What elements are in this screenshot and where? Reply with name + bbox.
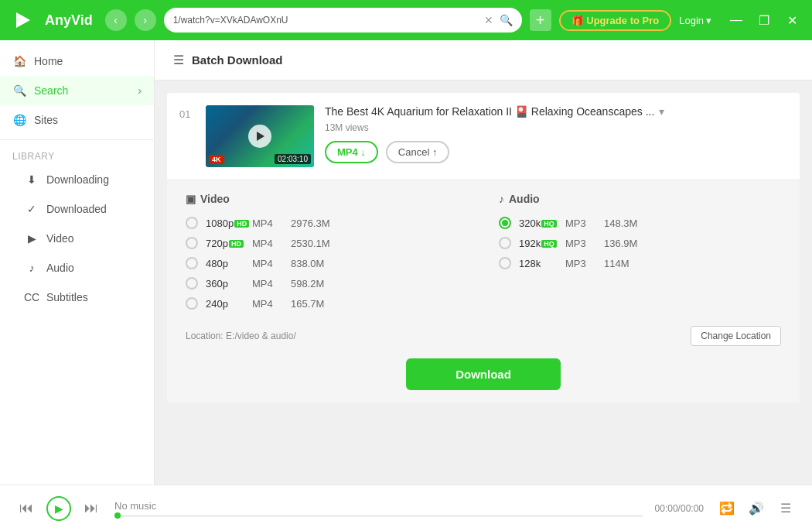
progress-dot xyxy=(114,512,121,519)
playlist-button[interactable]: ☰ xyxy=(775,498,797,519)
player-controls: ⏮ ▶ ⏭ xyxy=(15,496,102,521)
batch-download-title: Batch Download xyxy=(192,53,283,67)
format-row: 720pHD MP4 2530.1M xyxy=(186,233,468,253)
video-240p-radio[interactable] xyxy=(186,297,198,310)
next-button[interactable]: ⏭ xyxy=(80,498,102,519)
format-footer: Location: E:/video & audio/ Change Locat… xyxy=(186,326,781,346)
player-info: No music xyxy=(114,500,643,517)
sidebar-item-audio[interactable]: ♪ Audio xyxy=(0,253,154,283)
downloaded-icon: ✓ xyxy=(25,202,39,216)
player-bar: ⏮ ▶ ⏭ No music 00:00/00:00 🔁 🔊 ☰ xyxy=(0,485,812,531)
add-tab-button[interactable]: + xyxy=(530,9,551,31)
format-panel: ▣ Video 1080pHD MP4 2976.3M 720pHD xyxy=(167,180,800,403)
search-icon[interactable]: 🔍 xyxy=(500,14,513,26)
titlebar: AnyVid ‹ › 1/watch?v=XVkADAwOXnU ✕ 🔍 + 🎁… xyxy=(0,0,812,40)
audio-col-header: ♪ Audio xyxy=(499,193,781,205)
change-location-button[interactable]: Change Location xyxy=(691,326,781,346)
audio-128k-radio[interactable] xyxy=(499,257,511,269)
home-icon: 🏠 xyxy=(12,54,26,68)
res-128k: 128k xyxy=(519,258,558,269)
video-card: 01 02:03:10 4K The Best 4K Aquarium for … xyxy=(167,93,800,403)
audio-192k-radio[interactable] xyxy=(499,237,511,249)
play-pause-button[interactable]: ▶ xyxy=(46,496,71,521)
sidebar-item-video[interactable]: ▶ Video xyxy=(0,224,154,253)
upgrade-button[interactable]: 🎁 Upgrade to Pro xyxy=(559,10,672,31)
video-info: The Best 4K Aquarium for Relaxation II 🎴… xyxy=(325,105,787,163)
library-label: Library xyxy=(0,145,154,165)
batch-icon: ☰ xyxy=(173,53,184,67)
download-button[interactable]: Download xyxy=(406,358,561,390)
app-name: AnyVid xyxy=(45,12,93,29)
sidebar-item-downloading[interactable]: ⬇ Downloading xyxy=(0,165,154,194)
downloading-icon: ⬇ xyxy=(25,173,39,187)
url-close-icon[interactable]: ✕ xyxy=(484,14,493,26)
progress-bar[interactable] xyxy=(114,515,643,517)
format-row: 480p MP4 838.0M xyxy=(186,253,468,273)
video-actions: MP4 ↓ Cancel ↑ xyxy=(325,141,787,163)
video-format-column: ▣ Video 1080pHD MP4 2976.3M 720pHD xyxy=(186,193,468,313)
res-360p: 360p xyxy=(206,278,244,289)
subtitles-icon: CC xyxy=(25,290,39,304)
play-overlay[interactable] xyxy=(248,125,271,148)
format-row: 320kHQ MP3 148.3M xyxy=(499,213,781,233)
location-text: Location: E:/video & audio/ xyxy=(186,331,296,341)
search-nav-icon: 🔍 xyxy=(12,84,26,98)
back-button[interactable]: ‹ xyxy=(105,9,127,31)
format-row: 240p MP4 165.7M xyxy=(186,293,468,313)
content-area: ☰ Batch Download 01 02:03:10 4K The Best… xyxy=(155,40,812,485)
video-col-header: ▣ Video xyxy=(186,193,468,205)
video-number: 01 xyxy=(179,105,195,120)
maximize-button[interactable]: ❐ xyxy=(753,9,775,31)
sidebar-divider xyxy=(0,139,154,140)
repeat-button[interactable]: 🔁 xyxy=(716,498,738,519)
sidebar-item-subtitles[interactable]: CC Subtitles xyxy=(0,283,154,312)
video-360p-radio[interactable] xyxy=(186,277,198,289)
sidebar-item-downloaded[interactable]: ✓ Downloaded xyxy=(0,194,154,224)
cancel-button[interactable]: Cancel ↑ xyxy=(386,141,450,163)
sites-icon: 🌐 xyxy=(12,113,26,127)
duration-badge: 02:03:10 xyxy=(275,154,311,164)
sidebar: 🏠 Home 🔍 Search › 🌐 Sites Library ⬇ Down… xyxy=(0,40,155,485)
sidebar-item-search[interactable]: 🔍 Search › xyxy=(0,76,154,105)
res-720p: 720pHD xyxy=(206,238,244,249)
video-header: 01 02:03:10 4K The Best 4K Aquarium for … xyxy=(167,93,800,180)
audio-col-icon: ♪ xyxy=(499,193,504,205)
sidebar-item-sites[interactable]: 🌐 Sites xyxy=(0,105,154,135)
forward-button[interactable]: › xyxy=(135,9,156,31)
sidebar-item-home[interactable]: 🏠 Home xyxy=(0,46,154,76)
main-area: 🏠 Home 🔍 Search › 🌐 Sites Library ⬇ Down… xyxy=(0,40,812,485)
minimize-button[interactable]: — xyxy=(725,9,747,31)
res-480p: 480p xyxy=(206,258,244,269)
url-text: 1/watch?v=XVkADAwOXnU xyxy=(173,15,478,26)
audio-320k-radio[interactable] xyxy=(499,217,511,229)
res-240p: 240p xyxy=(206,298,244,310)
quality-badge: 4K xyxy=(209,155,224,164)
video-icon: ▶ xyxy=(25,231,39,245)
format-columns: ▣ Video 1080pHD MP4 2976.3M 720pHD xyxy=(186,193,781,313)
mp4-button[interactable]: MP4 ↓ xyxy=(325,141,378,163)
video-views: 13M views xyxy=(325,122,787,133)
audio-icon: ♪ xyxy=(25,261,39,275)
video-720p-radio[interactable] xyxy=(186,237,198,249)
video-1080p-radio[interactable] xyxy=(186,217,198,229)
close-button[interactable]: ✕ xyxy=(781,9,803,31)
url-bar[interactable]: 1/watch?v=XVkADAwOXnU ✕ 🔍 xyxy=(164,8,522,33)
prev-button[interactable]: ⏮ xyxy=(15,498,37,519)
player-right-buttons: 🔁 🔊 ☰ xyxy=(716,498,797,519)
format-row: 360p MP4 598.2M xyxy=(186,273,468,293)
expand-icon[interactable]: ▾ xyxy=(659,105,664,118)
res-1080p: 1080pHD xyxy=(206,218,244,229)
window-controls: — ❐ ✕ xyxy=(725,9,803,31)
arrow-icon: › xyxy=(138,84,142,97)
volume-button[interactable]: 🔊 xyxy=(745,498,767,519)
video-480p-radio[interactable] xyxy=(186,257,198,269)
res-192k: 192kHQ xyxy=(519,238,558,249)
no-music-label: No music xyxy=(114,500,643,512)
video-title: The Best 4K Aquarium for Relaxation II 🎴… xyxy=(325,105,787,118)
format-row: 192kHQ MP3 136.9M xyxy=(499,233,781,253)
format-row: 1080pHD MP4 2976.3M xyxy=(186,213,468,233)
video-thumbnail: 02:03:10 4K xyxy=(206,105,314,167)
login-button[interactable]: Login ▾ xyxy=(679,15,711,26)
app-logo xyxy=(9,6,37,34)
time-display: 00:00/00:00 xyxy=(655,503,704,514)
